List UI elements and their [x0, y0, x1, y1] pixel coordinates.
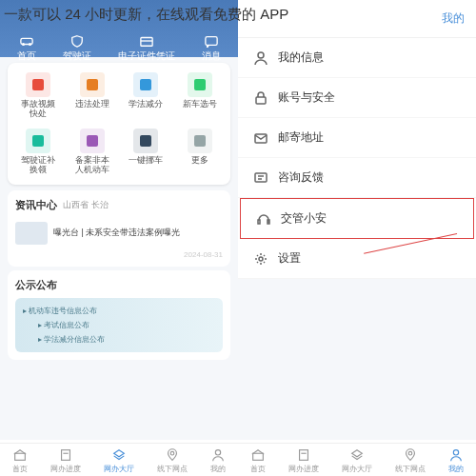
grid-item-5[interactable]: 备案非本人机动车: [66, 129, 120, 175]
news-thumb: [15, 222, 48, 245]
menu-user[interactable]: 我的信息: [238, 38, 476, 78]
nav-3[interactable]: 线下网点: [395, 447, 426, 474]
svg-point-31: [408, 451, 412, 455]
menu-gear[interactable]: 设置: [238, 239, 476, 279]
notice-item[interactable]: ▸ 机动车违号信息公布: [23, 304, 215, 318]
right-header-title: 我的: [442, 10, 465, 27]
svg-rect-14: [14, 453, 25, 460]
left-app-screenshot: 首页 驾驶证 电子证件凭证 消息 事故视频快处 违法处理 学法减分 新车选号 驾…: [0, 0, 238, 476]
grid-item-1[interactable]: 违法处理: [66, 72, 120, 119]
svg-rect-29: [300, 450, 308, 461]
svg-rect-28: [252, 453, 263, 460]
svg-rect-12: [140, 135, 151, 147]
menu-label: 咨询反馈: [278, 169, 324, 186]
svg-rect-25: [258, 220, 260, 224]
svg-rect-5: [206, 37, 217, 46]
menu-label: 设置: [278, 250, 301, 267]
svg-rect-15: [62, 450, 70, 461]
nav-1[interactable]: 网办进度: [50, 447, 81, 474]
svg-rect-22: [255, 173, 267, 182]
notice-item[interactable]: ▸ 考试信息公布: [23, 318, 215, 332]
svg-rect-6: [32, 79, 44, 90]
grid-item-3[interactable]: 新车选号: [173, 72, 228, 119]
grid-item-6[interactable]: 一键挪车: [119, 129, 173, 175]
right-app-screenshot: 我的 我的信息 账号与安全 邮寄地址 咨询反馈 交管小安 设置 首页 网办进度 …: [238, 0, 476, 476]
nav-2[interactable]: 网办大厅: [104, 447, 134, 474]
news-location: 山西省 长治: [63, 199, 109, 211]
nav-2[interactable]: 网办大厅: [342, 447, 372, 474]
news-item[interactable]: 曝光台 | 未系安全带违法案例曝光: [15, 218, 223, 248]
grid-item-0[interactable]: 事故视频快处: [11, 72, 66, 119]
grid-item-7[interactable]: 更多: [173, 129, 228, 175]
news-title: 资讯中心: [15, 198, 57, 212]
nav-4[interactable]: 我的: [209, 447, 227, 474]
svg-rect-11: [87, 135, 98, 147]
svg-point-27: [259, 257, 263, 261]
top-tab-chat[interactable]: 消息: [202, 34, 221, 63]
svg-rect-10: [32, 135, 44, 147]
svg-rect-8: [140, 79, 151, 90]
svg-rect-20: [256, 97, 266, 104]
svg-point-32: [454, 450, 459, 455]
grid-item-4[interactable]: 驾驶证补换领: [11, 129, 66, 175]
page-title: 一款可以 24 小时更新，在线观看免费的 APP: [4, 4, 288, 24]
menu-mail[interactable]: 邮寄地址: [238, 118, 476, 158]
menu-label: 交管小安: [281, 210, 327, 227]
svg-rect-7: [87, 79, 98, 90]
menu-label: 我的信息: [278, 50, 324, 66]
svg-point-17: [170, 451, 174, 455]
menu-label: 账号与安全: [278, 89, 335, 106]
menu-lock[interactable]: 账号与安全: [238, 78, 476, 118]
menu-feedback[interactable]: 咨询反馈: [238, 158, 476, 198]
nav-1[interactable]: 网办进度: [288, 447, 319, 474]
nav-0[interactable]: 首页: [249, 447, 267, 474]
svg-rect-3: [141, 38, 152, 47]
nav-4[interactable]: 我的: [447, 447, 465, 474]
notice-title: 公示公布: [15, 278, 223, 292]
svg-rect-13: [194, 135, 206, 147]
grid-item-2[interactable]: 学法减分: [119, 72, 173, 119]
menu-headset[interactable]: 交管小安: [240, 198, 474, 239]
notice-item[interactable]: ▸ 学法减分信息公布: [23, 332, 215, 347]
svg-point-18: [216, 450, 221, 455]
menu-label: 邮寄地址: [278, 129, 324, 146]
top-tab-shield[interactable]: 驾驶证: [63, 34, 91, 63]
top-tab-card[interactable]: 电子证件凭证: [118, 34, 175, 63]
nav-3[interactable]: 线下网点: [157, 447, 188, 474]
svg-point-19: [258, 52, 264, 58]
svg-rect-9: [194, 79, 206, 90]
top-tab-car[interactable]: 首页: [17, 34, 36, 63]
nav-0[interactable]: 首页: [11, 447, 29, 474]
